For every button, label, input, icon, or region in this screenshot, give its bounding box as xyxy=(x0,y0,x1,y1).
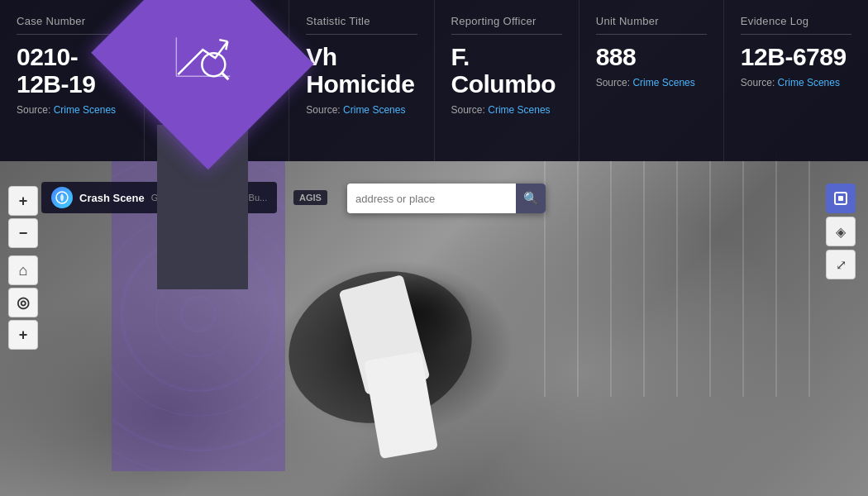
source-link-unit-number[interactable]: Crime Scenes xyxy=(632,77,694,88)
zoom-out-button[interactable]: − xyxy=(8,218,38,248)
col-value-reporting-officer: F. Columbo xyxy=(451,43,562,98)
add-button[interactable]: + xyxy=(8,320,38,350)
col-source-reporting-officer: Source: Crime Scenes xyxy=(451,104,562,116)
chart-icon xyxy=(169,25,236,91)
svg-rect-8 xyxy=(838,196,843,201)
col-label-statistic-title: Statistic Title xyxy=(306,15,417,35)
col-value-evidence-log: 12B-6789 xyxy=(741,43,851,70)
app-logo xyxy=(51,187,73,208)
info-col-evidence-log: Evidence Log 12B-6789 Source: Crime Scen… xyxy=(724,0,868,161)
source-link-evidence-log[interactable]: Crime Scenes xyxy=(778,77,840,88)
col-label-evidence-log: Evidence Log xyxy=(741,15,851,35)
search-input[interactable] xyxy=(347,193,516,205)
locate-button[interactable]: ◎ xyxy=(8,288,38,317)
compass-button[interactable]: ◈ xyxy=(826,217,856,246)
active-tool-button[interactable] xyxy=(826,184,856,213)
col-source-evidence-log: Source: Crime Scenes xyxy=(741,77,851,88)
search-button[interactable]: 🔍 xyxy=(516,184,546,213)
info-col-statistic-title: Statistic Title Vh Homicide Source: Crim… xyxy=(289,0,434,161)
diamond-shape xyxy=(91,0,313,169)
esri-badge: AGIS xyxy=(293,190,327,205)
col-source-statistic-title: Source: Crime Scenes xyxy=(306,104,417,116)
zoom-in-button[interactable]: + xyxy=(8,186,38,216)
source-link-reporting-officer[interactable]: Crime Scenes xyxy=(488,104,550,116)
map-toolbar: + − ⌂ ◎ + xyxy=(8,186,38,350)
right-controls: ◈ ⤢ xyxy=(826,184,856,279)
col-source-unit-number: Source: Crime Scenes xyxy=(596,77,707,88)
search-bar[interactable]: 🔍 xyxy=(347,184,546,213)
svg-line-0 xyxy=(219,40,227,41)
home-button[interactable]: ⌂ xyxy=(8,255,38,285)
col-label-unit-number: Unit Number xyxy=(596,15,707,35)
info-col-unit-number: Unit Number 888 Source: Crime Scenes xyxy=(579,0,724,161)
col-value-statistic-title: Vh Homicide xyxy=(306,43,417,98)
expand-button[interactable]: ⤢ xyxy=(826,250,856,279)
source-link-statistic-title[interactable]: Crime Scenes xyxy=(343,104,405,116)
diamond-overlay xyxy=(112,0,293,289)
col-label-reporting-officer: Reporting Officer xyxy=(451,15,562,35)
source-link-case-number[interactable]: Crime Scenes xyxy=(54,104,116,116)
col-value-unit-number: 888 xyxy=(596,43,707,70)
info-col-reporting-officer: Reporting Officer F. Columbo Source: Cri… xyxy=(435,0,579,161)
